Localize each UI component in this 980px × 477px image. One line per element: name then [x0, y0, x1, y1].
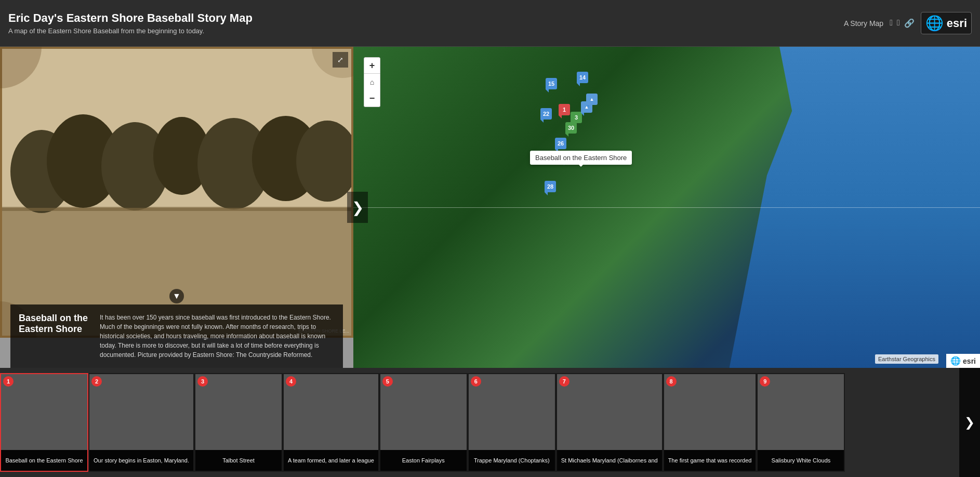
pin-badge-22: 22 [540, 108, 552, 120]
map-pin-26[interactable]: 26 [555, 138, 566, 149]
page-subtitle: A map of the Eastern Shore Baseball from… [8, 27, 253, 35]
header: Eric Day's Eastern Shore Baseball Story … [0, 0, 980, 47]
film-num-8: 8 [666, 376, 677, 387]
film-num-1: 1 [3, 376, 14, 387]
share-icon[interactable]: 🔗 [904, 18, 915, 28]
film-label-4: A team formed, and later a league [284, 450, 378, 471]
film-item-3[interactable]: 3Talbot Street [194, 373, 283, 472]
esri-logo: 🌐 esri [921, 12, 972, 34]
map-pin-30[interactable]: 30 [565, 122, 577, 134]
film-num-4: 4 [286, 376, 296, 387]
film-label-7: St Michaels Maryland (Claibornes and [557, 450, 662, 471]
map-background: + ⌂ − Baseball on the Eastern Shore 14 1… [353, 47, 980, 368]
map-pin-extra-b[interactable]: ▲ [586, 94, 598, 105]
header-right: A Story Map   🔗 🌐 esri [844, 12, 972, 34]
story-card-text: It has been over 150 years since basebal… [100, 313, 335, 360]
film-label-6: Trappe Maryland (Choptanks) [469, 450, 555, 471]
film-num-2: 2 [91, 376, 102, 387]
film-label-2: Our story begins in Easton, Maryland. [89, 450, 193, 471]
expand-button[interactable]: ⤢ [333, 52, 348, 68]
film-thumb-9 [758, 374, 844, 450]
earthstar-text: Earthstar Geographics [878, 356, 935, 362]
film-label-1: Baseball on the Eastern Shore [1, 450, 87, 471]
esri-bottom-logo: 🌐 esri [946, 354, 980, 368]
film-thumb-5 [380, 374, 467, 450]
story-map-label: A Story Map [844, 19, 883, 28]
filmstrip-next-button[interactable]: ❯ [959, 368, 980, 477]
film-thumb-3 [195, 374, 282, 450]
map-pin-28[interactable]: 28 [545, 181, 556, 192]
film-thumb-2 [89, 374, 193, 450]
film-item-6[interactable]: 6Trappe Maryland (Choptanks) [468, 373, 556, 472]
film-thumb-6 [469, 374, 555, 450]
film-num-5: 5 [382, 376, 393, 387]
film-item-7[interactable]: 7St Michaels Maryland (Claibornes and [556, 373, 663, 472]
map-pin-3[interactable]: 3 [571, 112, 582, 123]
esri-globe-icon: 🌐 [925, 15, 944, 32]
esri-bottom-label: esri [963, 357, 976, 365]
header-left: Eric Day's Eastern Shore Baseball Story … [8, 11, 253, 35]
story-card-title-area: Baseball on the Eastern Shore [19, 313, 91, 360]
earthstar-label: Earthstar Geographics [875, 354, 938, 364]
home-button[interactable]: ⌂ [364, 74, 380, 90]
social-icons:   🔗 [890, 18, 915, 28]
pin-badge-1: 1 [559, 104, 570, 115]
story-card-title: Baseball on the Eastern Shore [19, 313, 91, 335]
story-card-body: It has been over 150 years since basebal… [100, 313, 335, 360]
film-label-8: The first game that was recorded [664, 450, 756, 471]
map-tooltip: Baseball on the Eastern Shore [530, 151, 632, 165]
film-item-9[interactable]: 9Salisbury White Clouds [757, 373, 845, 472]
left-panel: EASTERN SHORE LE... ⤢ ▼ Baseball on the … [0, 47, 353, 368]
filmstrip: 1Baseball on the Eastern Shore2Our story… [0, 368, 980, 477]
card-toggle-button[interactable]: ▼ [169, 289, 184, 303]
film-thumb-4 [284, 374, 378, 450]
film-item-8[interactable]: 8The first game that was recorded [663, 373, 757, 472]
esri-bottom-globe-icon: 🌐 [950, 356, 961, 366]
zoom-in-button[interactable]: + [364, 57, 380, 74]
zoom-out-button[interactable]: − [364, 90, 380, 107]
tooltip-text: Baseball on the Eastern Shore [535, 154, 627, 162]
map-divider-line [353, 207, 980, 208]
esri-brand-label: esri [947, 17, 967, 30]
film-num-3: 3 [197, 376, 208, 387]
pin-badge-3: 3 [571, 112, 582, 123]
map-pin-14[interactable]: 14 [577, 72, 588, 83]
page-title: Eric Day's Eastern Shore Baseball Story … [8, 11, 253, 25]
twitter-icon[interactable]:  [897, 18, 900, 28]
film-item-1[interactable]: 1Baseball on the Eastern Shore [0, 373, 88, 472]
pin-badge-14: 14 [577, 72, 588, 83]
film-item-2[interactable]: 2Our story begins in Easton, Maryland. [88, 373, 194, 472]
film-label-9: Salisbury White Clouds [758, 450, 844, 471]
map-pin-22[interactable]: 22 [540, 108, 552, 120]
film-thumb-8 [664, 374, 756, 450]
main-area: EASTERN SHORE LE... ⤢ ▼ Baseball on the … [0, 47, 980, 368]
next-slide-button[interactable]: ❯ [347, 192, 368, 223]
film-label-5: Easton Fairplays [380, 450, 467, 471]
film-num-6: 6 [471, 376, 481, 387]
map-pin-15[interactable]: 15 [546, 78, 557, 89]
story-card: ▼ Baseball on the Eastern Shore It has b… [10, 304, 343, 368]
film-thumb-7 [557, 374, 662, 450]
film-item-4[interactable]: 4A team formed, and later a league [283, 373, 379, 472]
map-pin-1[interactable]: 1 [559, 104, 570, 115]
map-area[interactable]: + ⌂ − Baseball on the Eastern Shore 14 1… [353, 47, 980, 368]
pin-badge-extra-b: ▲ [586, 94, 598, 105]
map-controls: + ⌂ − [364, 57, 380, 107]
film-thumb-1 [1, 374, 87, 450]
pin-badge-28: 28 [545, 181, 556, 192]
film-label-3: Talbot Street [195, 450, 282, 471]
film-item-5[interactable]: 5Easton Fairplays [379, 373, 468, 472]
film-num-7: 7 [559, 376, 570, 387]
pin-badge-26: 26 [555, 138, 566, 149]
facebook-icon[interactable]:  [890, 18, 893, 28]
pin-badge-30: 30 [565, 122, 577, 134]
pin-badge-15: 15 [546, 78, 557, 89]
